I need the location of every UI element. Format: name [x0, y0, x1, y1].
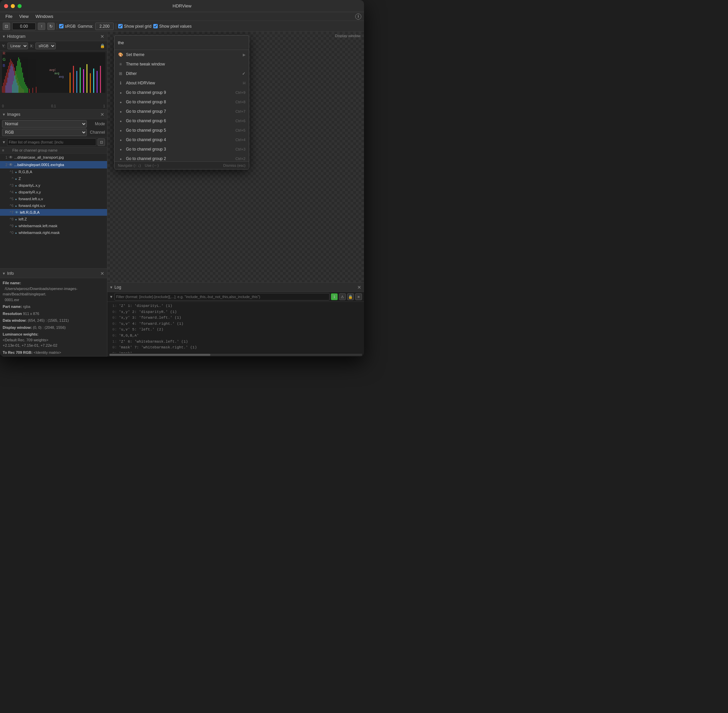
log-prefix-1: 1: — [110, 303, 117, 309]
reset-exposure-button[interactable]: ↑ — [38, 22, 45, 30]
titlebar: HDRView — [0, 0, 364, 12]
channel-item-7[interactable]: ^7 👁 left.R,G,B,A — [0, 209, 107, 216]
channel-item-5[interactable]: ^5 ⬥ forward.left.u,v — [0, 195, 107, 202]
channel-name-z: Z — [19, 176, 21, 180]
cmd-group2-shortcut: Ctrl+2 — [235, 157, 246, 161]
file-item-2[interactable]: 2 👁 ...ball/singlepart.0001.exr/rgba — [0, 161, 107, 169]
log-warning-btn[interactable]: ⚠ — [339, 293, 346, 300]
log-text-5: 'u,v' 5: 'left.' (2) — [119, 327, 163, 333]
cmd-layers-2-icon: ⬥ — [118, 156, 123, 161]
auto-exposure-button[interactable]: ↻ — [47, 22, 55, 30]
channel-name-6: forward.right.u,v — [19, 204, 45, 207]
file-eye-1[interactable]: 👁 — [9, 155, 13, 160]
log-close-button[interactable]: ✕ — [357, 285, 362, 290]
toolbar-separator-2 — [116, 23, 116, 29]
histogram-y-select[interactable]: Linear — [7, 43, 28, 49]
channel-item-9[interactable]: ^9 ⬥ whitebarmask.left.mask — [0, 222, 107, 229]
channel-item-0[interactable]: ^0 ⬥ whitebarmask.right.mask — [0, 229, 107, 236]
info-luminance-val1: <Default Rec. 709 weights> — [3, 338, 48, 342]
channel-item-6[interactable]: ^6 ⬥ forward.right.u,v — [0, 202, 107, 209]
log-scrollbar[interactable] — [109, 354, 210, 356]
file-item-1[interactable]: 1 👁 ...d/staircase_all_transport.jpg — [0, 154, 107, 161]
cmd-group8-shortcut: Ctrl+8 — [235, 100, 246, 104]
images-close-button[interactable]: ✕ — [100, 112, 105, 117]
cmd-dither-check: ✓ — [242, 71, 246, 76]
minimize-button[interactable] — [11, 4, 15, 8]
menu-windows[interactable]: Windows — [33, 13, 56, 19]
cmd-info-icon: ℹ — [118, 81, 123, 86]
close-button[interactable] — [4, 4, 8, 8]
images-filter-row: ▼ ⊡ — [0, 137, 107, 147]
cmd-item-theme-tweak[interactable]: ≡ Theme tweak window — [115, 60, 249, 69]
cmd-item-group7[interactable]: ⬥ Go to channel group 7 Ctrl+7 — [115, 107, 249, 116]
mode-select[interactable]: Normal — [2, 120, 87, 128]
cmd-item-group5[interactable]: ⬥ Go to channel group 5 Ctrl+5 — [115, 125, 249, 135]
svg-rect-52 — [16, 83, 17, 93]
channel-icon-5: ⬥ — [15, 197, 17, 201]
info-close-button[interactable]: ✕ — [100, 271, 105, 276]
channel-item-4[interactable]: ^4 ⬥ disparityR.x,y — [0, 189, 107, 195]
traffic-lights — [4, 4, 22, 8]
log-content: 1: 'Z' 1: 'disparityL.' (1) 0: 'x,y' 2: … — [107, 302, 364, 353]
log-filter-input[interactable] — [115, 293, 330, 300]
log-list-btn[interactable]: ≡ — [355, 293, 362, 300]
channel-num-0: ^0 — [8, 231, 13, 235]
histogram-close-button[interactable]: ✕ — [100, 34, 105, 39]
cmd-item-group2[interactable]: ⬥ Go to channel group 2 Ctrl+2 — [115, 154, 249, 161]
log-lock-btn[interactable]: 🔒 — [347, 293, 354, 300]
cmd-item-group4[interactable]: ⬥ Go to channel group 4 Ctrl+4 — [115, 135, 249, 145]
log-text-8: 'mask' 7: 'whitebarmask.right.' (1) — [119, 345, 197, 351]
exposure-icon[interactable]: ⊡ — [3, 22, 10, 30]
cmd-item-group9[interactable]: ⬥ Go to channel group 9 Ctrl+9 — [115, 88, 249, 97]
cmd-dismiss-hint: Dismiss (esc) — [223, 163, 246, 167]
cmd-item-about[interactable]: ℹ About HDRView H — [115, 78, 249, 88]
srgb-checkbox[interactable] — [59, 24, 64, 28]
cmd-theme-tweak-label: Theme tweak window — [126, 62, 246, 67]
images-filter-input[interactable] — [7, 139, 96, 146]
histogram-lock-icon[interactable]: 🔒 — [100, 43, 105, 48]
cmd-group9-shortcut: Ctrl+9 — [235, 91, 246, 94]
show-pixel-values-checkbox[interactable] — [153, 24, 158, 28]
channel-item-3[interactable]: ^3 ⬥ disparityL.x,y — [0, 182, 107, 189]
histogram-x-select[interactable]: sRGB — [36, 43, 56, 49]
svg-rect-2 — [4, 79, 5, 93]
info-displaywindow-val: (0, 0) : (2048, 1556) — [33, 325, 66, 330]
svg-text:avg(: avg( — [49, 69, 56, 72]
images-filter-btn[interactable]: ⊡ — [98, 139, 105, 146]
channel-item-1[interactable]: ^1 ⬥ R,G,B,A — [0, 169, 107, 175]
menu-view[interactable]: View — [16, 13, 31, 19]
cmd-item-set-theme[interactable]: 🎨 Set theme ▶ — [115, 50, 249, 60]
channel-name-9: whitebarmask.left.mask — [19, 224, 57, 228]
maximize-button[interactable] — [18, 4, 22, 8]
info-header: ▼ Info ✕ — [0, 269, 107, 278]
histogram-header: ▼ Histogram ✕ — [0, 32, 107, 41]
show-pixel-grid-checkbox[interactable] — [118, 24, 122, 28]
exposure-input[interactable] — [12, 22, 36, 30]
cmd-item-group8[interactable]: ⬥ Go to channel group 8 Ctrl+8 — [115, 97, 249, 107]
images-title: Images — [7, 112, 20, 117]
cmd-item-group3[interactable]: ⬥ Go to channel group 3 Ctrl+3 — [115, 145, 249, 154]
channel-icon-9: ⬥ — [15, 224, 17, 228]
cmd-layers-5-icon: ⬥ — [118, 128, 123, 133]
channel-name-7: left.R,G,B,A — [20, 210, 39, 214]
log-filter-icon: ▼ — [109, 285, 113, 289]
log-prefix-3: 0: — [110, 315, 117, 321]
file-num-2: 2 — [2, 163, 7, 167]
menu-file[interactable]: File — [3, 13, 15, 19]
channel-item-8[interactable]: ^8 ⬥ left.Z — [0, 216, 107, 222]
channel-num-z: ^ — [8, 176, 13, 180]
log-line-5: 0: 'u,v' 5: 'left.' (2) — [110, 327, 361, 333]
file-eye-2[interactable]: 👁 — [9, 163, 13, 167]
cmd-group4-shortcut: Ctrl+4 — [235, 138, 246, 142]
cmd-item-group6[interactable]: ⬥ Go to channel group 6 Ctrl+6 — [115, 116, 249, 125]
cmd-item-dither[interactable]: ⊞ Dither ✓ — [115, 69, 249, 78]
cmd-search-input[interactable] — [118, 38, 246, 47]
channel-select[interactable]: RGB — [2, 128, 87, 136]
cmd-group3-shortcut: Ctrl+3 — [235, 147, 246, 151]
svg-rect-22 — [29, 89, 30, 93]
gamma-input[interactable] — [95, 22, 114, 30]
log-info-btn[interactable]: ℹ — [331, 293, 338, 300]
info-icon[interactable]: ℹ — [355, 13, 361, 19]
canvas-area[interactable]: Display window — [107, 32, 364, 282]
channel-item-z[interactable]: ^ ⬥ Z — [0, 175, 107, 182]
